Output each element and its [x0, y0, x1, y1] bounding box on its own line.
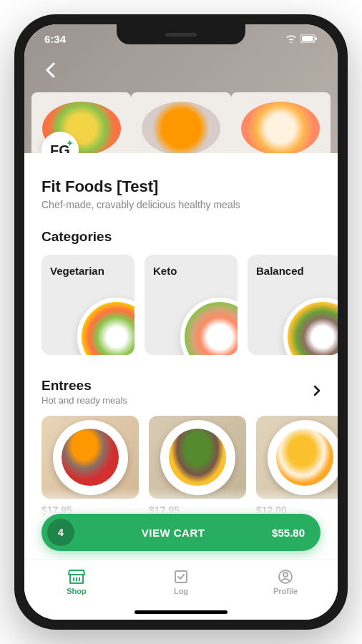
wifi-icon	[285, 34, 297, 43]
svg-rect-3	[175, 571, 187, 582]
category-card[interactable]: Keto	[145, 255, 238, 355]
entree-card[interactable]: $17.95	[41, 416, 139, 516]
entrees-heading: Entrees	[41, 378, 127, 394]
svg-rect-1	[302, 36, 313, 42]
back-button[interactable]	[39, 59, 62, 82]
category-card[interactable]: Balanced	[248, 255, 338, 355]
status-time: 6:34	[44, 33, 66, 45]
categories-scroller[interactable]: Vegetarian Keto Balanced	[24, 255, 338, 359]
svg-point-5	[283, 572, 288, 577]
category-image	[77, 298, 134, 355]
entree-image	[41, 416, 139, 499]
categories-heading: Categories	[41, 229, 321, 245]
notch	[117, 24, 245, 44]
cart-label: VIEW CART	[142, 527, 205, 539]
screen: 6:34 FG ✦ Fit Foods [Test] Chef-made, cr	[24, 24, 338, 620]
tab-log[interactable]: Log	[129, 569, 233, 595]
profile-icon	[278, 569, 293, 585]
entrees-subtitle: Hot and ready meals	[41, 395, 127, 406]
chevron-left-icon	[45, 62, 55, 78]
cart-total: $55.80	[272, 527, 315, 539]
entree-card[interactable]: $17.95	[149, 416, 246, 516]
store-title: Fit Foods [Test]	[41, 177, 321, 196]
phone-frame: 6:34 FG ✦ Fit Foods [Test] Chef-made, cr	[14, 14, 348, 630]
category-name: Vegetarian	[50, 265, 126, 277]
entrees-see-all-button[interactable]	[313, 385, 321, 399]
cart-count-badge: 4	[47, 519, 74, 546]
entree-image	[149, 416, 246, 499]
battery-icon	[300, 34, 318, 43]
tab-label: Shop	[67, 587, 87, 595]
tab-label: Profile	[273, 587, 298, 595]
entrees-scroller[interactable]: $17.95 $17.95 $12.00	[24, 416, 338, 516]
category-name: Balanced	[256, 265, 332, 277]
tab-shop[interactable]: Shop	[24, 569, 129, 595]
status-indicators	[285, 34, 318, 43]
category-card[interactable]: Vegetarian	[41, 255, 134, 355]
log-icon	[173, 569, 189, 585]
category-name: Keto	[153, 265, 229, 277]
category-image	[180, 298, 238, 355]
view-cart-button[interactable]: 4 VIEW CART $55.80	[41, 514, 321, 551]
shop-icon	[68, 569, 85, 585]
entree-image	[256, 416, 338, 499]
home-indicator[interactable]	[134, 610, 228, 614]
store-tagline: Chef-made, cravably delicious healthy me…	[41, 199, 321, 210]
category-image	[283, 298, 338, 355]
tab-label: Log	[174, 587, 188, 595]
svg-rect-2	[315, 37, 317, 40]
entree-card[interactable]: $12.00	[256, 416, 338, 516]
chevron-right-icon	[313, 385, 321, 396]
tab-profile[interactable]: Profile	[233, 569, 338, 595]
